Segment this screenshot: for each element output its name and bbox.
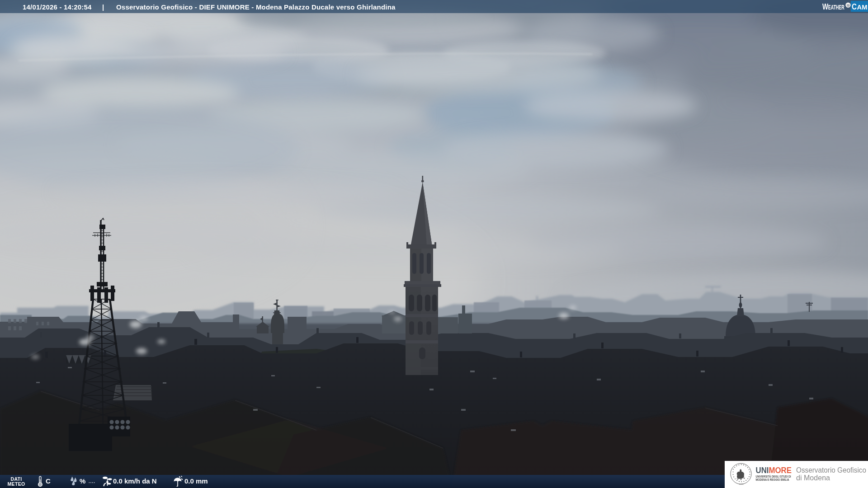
svg-text:MODENA E REGGIO EMILIA: MODENA E REGGIO EMILIA <box>756 478 789 481</box>
svg-text:1175: 1175 <box>739 483 744 485</box>
svg-text:W: W <box>822 2 828 11</box>
svg-text:EATHER: EATHER <box>828 4 844 11</box>
svg-text:di Modena: di Modena <box>796 474 830 482</box>
svg-text:C: C <box>852 2 857 11</box>
svg-text:AM: AM <box>857 4 868 11</box>
svg-text:UNIMORE: UNIMORE <box>756 466 792 475</box>
